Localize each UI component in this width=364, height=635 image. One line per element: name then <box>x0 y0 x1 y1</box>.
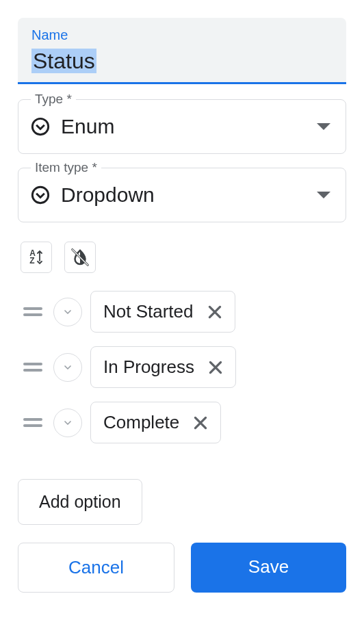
chevron-down-icon <box>62 362 73 373</box>
drag-handle-icon[interactable] <box>21 304 45 319</box>
svg-point-1 <box>32 187 48 203</box>
option-chip[interactable]: In Progress <box>90 346 236 388</box>
expand-option-button[interactable] <box>53 409 82 437</box>
remove-option-button[interactable] <box>192 414 209 432</box>
close-icon <box>192 414 209 432</box>
name-label: Name <box>31 27 333 43</box>
cancel-button[interactable]: Cancel <box>18 543 174 593</box>
type-label: Type * <box>31 92 76 107</box>
item-type-value: Dropdown <box>61 183 155 207</box>
drag-handle-icon[interactable] <box>21 415 45 430</box>
enum-option-row: Complete <box>21 402 343 443</box>
item-type-select[interactable]: Item type * Dropdown <box>18 168 346 222</box>
name-field[interactable]: Name Status <box>18 18 346 84</box>
expand-option-button[interactable] <box>53 353 82 382</box>
remove-option-button[interactable] <box>207 359 224 376</box>
svg-point-0 <box>32 118 48 134</box>
invert-colors-off-icon <box>70 247 90 268</box>
dropdown-type-icon <box>31 185 50 205</box>
type-select[interactable]: Type * Enum <box>18 99 346 154</box>
close-icon <box>206 303 224 321</box>
option-label: In Progress <box>103 357 194 378</box>
sort-az-button[interactable]: AZ <box>21 242 52 273</box>
drag-handle-icon[interactable] <box>21 360 45 374</box>
chevron-down-icon <box>62 307 73 318</box>
enum-option-row: In Progress <box>21 346 343 388</box>
name-input-value[interactable]: Status <box>31 49 96 73</box>
chevron-down-icon <box>62 417 73 428</box>
option-chip[interactable]: Not Started <box>90 291 235 333</box>
color-off-button[interactable] <box>64 242 96 273</box>
option-label: Complete <box>103 412 179 433</box>
type-value: Enum <box>61 115 114 138</box>
enum-type-icon <box>31 117 50 136</box>
option-chip[interactable]: Complete <box>90 402 221 443</box>
close-icon <box>207 359 224 376</box>
chevron-down-icon <box>317 123 330 130</box>
remove-option-button[interactable] <box>206 303 224 321</box>
add-option-button[interactable]: Add option <box>18 479 142 525</box>
item-type-label: Item type * <box>31 160 101 175</box>
option-label: Not Started <box>103 301 194 322</box>
expand-option-button[interactable] <box>53 298 82 326</box>
save-button[interactable]: Save <box>191 543 346 593</box>
enum-option-row: Not Started <box>21 291 343 333</box>
sort-az-icon: AZ <box>29 250 43 265</box>
chevron-down-icon <box>317 192 330 198</box>
